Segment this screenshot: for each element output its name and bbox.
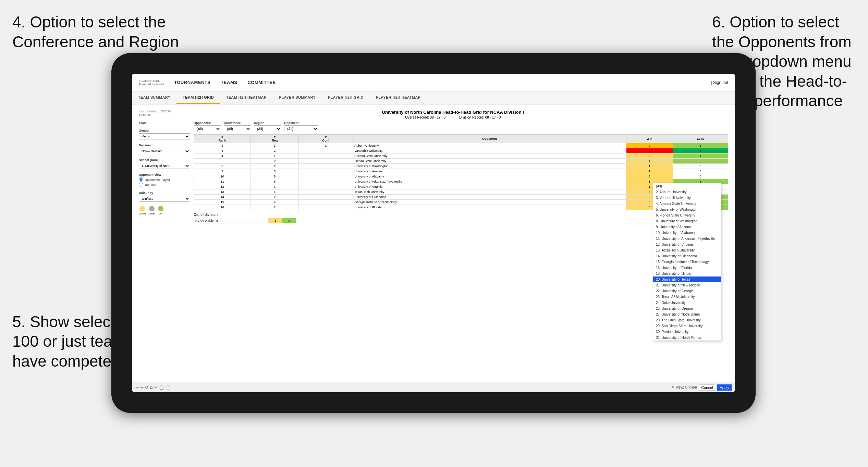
- clock-icon[interactable]: 🕐: [166, 385, 171, 390]
- cell-rank: 13: [194, 189, 251, 195]
- cell-loss: 1: [673, 153, 728, 159]
- division-record: Division Record: 88 - 17 - 0: [459, 115, 501, 119]
- cell-win: 1: [626, 164, 673, 169]
- cell-loss: 0: [673, 174, 728, 179]
- sub-nav-team-h2h-heatmap[interactable]: TEAM H2H HEATMAP: [220, 91, 273, 104]
- undo-icon[interactable]: ↩: [135, 385, 139, 390]
- sub-nav-player-summary[interactable]: PLAYER SUMMARY: [273, 91, 322, 104]
- reset-icon[interactable]: ↺: [145, 385, 148, 390]
- dropdown-item[interactable]: 10. University of Alabama: [653, 230, 721, 236]
- sub-nav-player-h2h-grid[interactable]: PLAYER H2H GRID: [322, 91, 370, 104]
- dropdown-item[interactable]: 15. Georgia Institute of Technology: [653, 259, 721, 265]
- dropdown-item[interactable]: 24. Duke University: [653, 300, 721, 306]
- dropdown-item[interactable]: 30. Purdue University: [653, 329, 721, 335]
- cancel-button[interactable]: Cancel: [699, 384, 715, 391]
- school-select[interactable]: 1. University of Nort...: [139, 163, 190, 169]
- gender-section: Gender Men's: [139, 129, 190, 139]
- opponents-select[interactable]: (All): [194, 125, 221, 132]
- cell-opponent: University of Virginia: [353, 184, 626, 189]
- cell-conf: [299, 189, 353, 195]
- apply-button[interactable]: Apply: [717, 384, 732, 391]
- dropdown-item[interactable]: 16. University of Florida: [653, 265, 721, 271]
- last-updated: Last Updated: 4/7/2024 16:55:38: [139, 110, 171, 119]
- nav-committee[interactable]: COMMITTEE: [247, 80, 276, 85]
- nav-signout[interactable]: | Sign out: [711, 80, 728, 85]
- cell-opponent: University of Washington: [353, 164, 626, 169]
- colour-by-select[interactable]: Win/loss: [139, 196, 190, 202]
- dropdown-item[interactable]: 2. Auburn University: [653, 189, 721, 195]
- cell-reg: 1: [251, 153, 299, 159]
- opponent-filter-group: Opponent (All): [284, 121, 318, 132]
- dropdown-item[interactable]: 6. Florida State University: [653, 212, 721, 218]
- cell-rank: 9: [194, 169, 251, 174]
- legend-up: Up: [158, 206, 163, 215]
- region-filter-group: Region (All): [254, 121, 281, 132]
- cell-conf: [299, 184, 353, 189]
- dropdown-item[interactable]: 9. University of Arizona: [653, 224, 721, 230]
- dropdown-item[interactable]: 22. University of Georgia: [653, 288, 721, 294]
- cell-reg: 6: [251, 179, 299, 184]
- dropdown-item[interactable]: 18. University of Illinois: [653, 271, 721, 276]
- gender-select[interactable]: Men's: [139, 133, 190, 139]
- dropdown-item[interactable]: 28. The Ohio State University: [653, 317, 721, 323]
- redo-icon[interactable]: ↪: [140, 385, 144, 390]
- out-div-loss: 0: [282, 218, 296, 223]
- cell-loss: 4: [673, 148, 728, 153]
- dropdown-item[interactable]: 31. University of North Florida: [653, 335, 721, 341]
- filter-area: Opponents: (All) Conference (All): [194, 121, 728, 132]
- dropdown-item[interactable]: 4. Arizona State University: [653, 201, 721, 207]
- opponent-view-section: Opponent View Opponents Played Top 100: [139, 173, 190, 187]
- nav-tournaments[interactable]: TOURNAMENTS: [174, 80, 210, 85]
- table-row: 4 1 Arizona State University 5 1: [194, 153, 728, 159]
- sub-nav-team-summary[interactable]: TEAM SUMMARY: [132, 91, 176, 104]
- dropdown-item[interactable]: 13. Texas Tech University: [653, 247, 721, 253]
- cell-opponent: Florida State University: [353, 159, 626, 164]
- dropdown-item[interactable]: 21. University of New Mexico: [653, 282, 721, 288]
- table-row: 11 6 University of Arkansas, Fayettevill…: [194, 179, 728, 184]
- cell-conf: [299, 153, 353, 159]
- sub-nav-team-h2h-grid[interactable]: TEAM H2H GRID: [176, 91, 220, 104]
- col-loss: Loss: [673, 135, 728, 143]
- nav-teams[interactable]: TEAMS: [221, 80, 237, 85]
- dropdown-item[interactable]: 12. University of Virginia: [653, 242, 721, 247]
- dropdown-item[interactable]: 5. University of Washington: [653, 207, 721, 212]
- cell-conf: [299, 159, 353, 164]
- radio-opponents-played[interactable]: Opponents Played: [139, 177, 190, 182]
- dropdown-item[interactable]: 14. University of Oklahoma: [653, 253, 721, 259]
- table-row: 15 4 Georgia Institute of Technology 5 1: [194, 200, 728, 205]
- conference-select[interactable]: (All): [224, 125, 251, 132]
- radio-top-100[interactable]: Top 100: [139, 183, 190, 187]
- dropdown-item[interactable]: 27. University of Notre Dame: [653, 311, 721, 317]
- dropdown-item[interactable]: 23. Texas A&M University: [653, 294, 721, 300]
- opponent-select[interactable]: (All): [284, 125, 318, 132]
- table-wrapper: #Rank #Reg #Conf Opponent Win Loss 2: [194, 134, 728, 377]
- dropdown-item[interactable]: 20. University of Texas: [653, 276, 721, 282]
- cell-conf: [299, 179, 353, 184]
- dropdown-item[interactable]: 8. University of Washington: [653, 218, 721, 224]
- dropdown-item[interactable]: (All): [653, 183, 721, 189]
- division-select[interactable]: NCAA Division I: [139, 148, 190, 154]
- copy-icon[interactable]: ⧉: [150, 385, 153, 390]
- dropdown-item[interactable]: 29. San Diego State University: [653, 323, 721, 329]
- cell-conf: [299, 195, 353, 200]
- sub-nav-player-h2h-heatmap[interactable]: PLAYER H2H HEATMAP: [370, 91, 427, 104]
- nav-bar: 5COREBOARD Powered by AI-iad TOURNAMENTS…: [132, 74, 735, 91]
- tablet-screen: 5COREBOARD Powered by AI-iad TOURNAMENTS…: [132, 74, 735, 392]
- paste-icon[interactable]: 📋: [159, 385, 164, 390]
- dropdown-item[interactable]: 25. University of Oregon: [653, 306, 721, 311]
- cell-win: 0: [626, 148, 673, 153]
- cell-opponent: Vanderbilt University: [353, 148, 626, 153]
- opponent-dropdown[interactable]: (All)2. Auburn University3. Vanderbilt U…: [653, 183, 721, 341]
- region-select[interactable]: (All): [254, 125, 281, 132]
- main-content: Last Updated: 4/7/2024 16:55:38 Universi…: [132, 105, 735, 382]
- cell-loss: 0: [673, 164, 728, 169]
- dropdown-item[interactable]: 3. Vanderbilt University: [653, 195, 721, 201]
- col-rank: #Rank: [194, 135, 251, 143]
- cell-win: 1: [626, 169, 673, 174]
- cell-rank: 6: [194, 159, 251, 164]
- cell-reg: 1: [251, 143, 299, 148]
- cut-icon[interactable]: ✂: [154, 385, 158, 390]
- cell-loss: 0: [673, 169, 728, 174]
- annotation-top-left: 4. Option to select the Conference and R…: [12, 12, 187, 52]
- dropdown-item[interactable]: 11. University of Arkansas, Fayetteville: [653, 236, 721, 242]
